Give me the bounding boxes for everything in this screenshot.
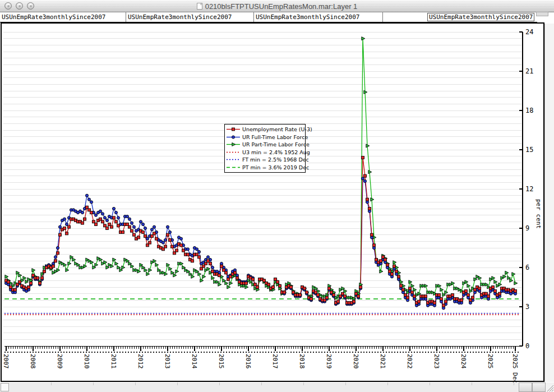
legend-row-ft: UR Full-Time Labor Force — [226, 133, 304, 141]
tab-layer-4-active[interactable]: USUnEmpRate3monthlySince2007 — [383, 12, 537, 22]
scroll-right-button[interactable] — [532, 382, 546, 392]
tab-label: USUnEmpRate3monthlySince2007 — [256, 13, 359, 21]
resize-grip[interactable] — [546, 382, 554, 392]
legend-label: UR Part-Time Labor Force — [242, 141, 310, 147]
legend-row-u3: Unemployment Rate (U-3) — [226, 126, 304, 133]
tab-layer-2[interactable]: USUnEmpRate3monthlySince2007 — [126, 12, 254, 22]
plot-frame — [1, 22, 544, 382]
scrollbar-page-marks — [10, 382, 517, 385]
window-titlebar[interactable]: 0210blsFTPTUSUnEmpRatesMon.mar:Layer 1 — [0, 0, 554, 12]
tab-label-active: USUnEmpRate3monthlySince2007 — [427, 13, 534, 21]
vertical-scrollbar[interactable] — [544, 24, 554, 382]
legend-swatch-pt — [226, 141, 241, 147]
scrollbar-left-box[interactable] — [1, 383, 9, 391]
legend-label: FT min = 2.5% 1968 Dec — [242, 156, 309, 163]
legend-row-ftmin: FT min = 2.5% 1968 Dec — [226, 156, 304, 164]
legend-label: U3 min = 2.4% 1952 Aug — [242, 149, 310, 155]
resize-grip-icon — [546, 382, 554, 392]
tab-label: USUnEmpRate3monthlySince2007 — [128, 13, 232, 21]
legend-swatch-ftmin — [226, 156, 241, 163]
legend-swatch-ptmin — [226, 164, 241, 170]
legend-row-pt: UR Part-Time Labor Force — [226, 141, 304, 149]
chart-canvas: 03691215182124per cent200720082009201020… — [0, 22, 554, 382]
application-window: 0210blsFTPTUSUnEmpRatesMon.mar:Layer 1 U… — [0, 0, 554, 392]
horizontal-scrollbar[interactable] — [0, 382, 554, 392]
legend-swatch-ft — [226, 134, 241, 140]
document-icon — [197, 3, 202, 10]
window-title-wrap: 0210blsFTPTUSUnEmpRatesMon.mar:Layer 1 — [0, 0, 554, 12]
tab-bar: USUnEmpRate3monthlySince2007 USUnEmpRate… — [0, 12, 554, 22]
chart-legend: Unemployment Rate (U-3) UR Full-Time Lab… — [224, 124, 306, 173]
tab-scroll-widget[interactable] — [536, 12, 548, 16]
legend-row-u3min: U3 min = 2.4% 1952 Aug — [226, 149, 304, 156]
legend-swatch-u3min — [226, 149, 241, 155]
tab-layer-1[interactable]: USUnEmpRate3monthlySince2007 — [0, 12, 126, 22]
legend-label: UR Full-Time Labor Force — [242, 134, 308, 140]
legend-swatch-u3 — [226, 126, 241, 132]
window-title: 0210blsFTPTUSUnEmpRatesMon.mar:Layer 1 — [205, 2, 358, 11]
tab-layer-3[interactable]: USUnEmpRate3monthlySince2007 — [254, 12, 383, 22]
tab-label: USUnEmpRate3monthlySince2007 — [2, 13, 105, 21]
legend-label: PT min = 3.6% 2019 Dec — [242, 164, 309, 170]
legend-row-ptmin: PT min = 3.6% 2019 Dec — [226, 164, 304, 172]
scroll-left-button[interactable] — [519, 382, 532, 392]
legend-label: Unemployment Rate (U-3) — [242, 126, 312, 132]
